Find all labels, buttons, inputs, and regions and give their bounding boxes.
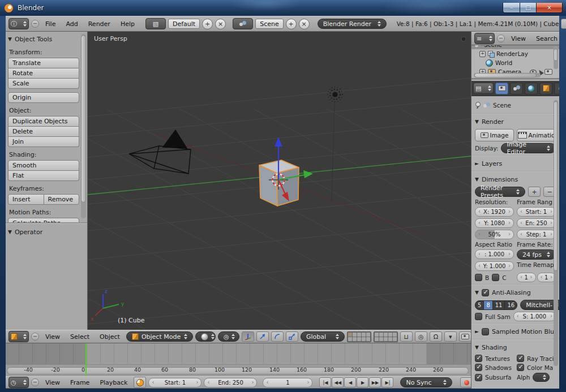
close-button[interactable]: × bbox=[537, 3, 563, 13]
outliner-item-scene[interactable]: Scene bbox=[471, 45, 559, 49]
menu-search[interactable]: Search bbox=[532, 35, 559, 42]
viewport-3d[interactable]: z y x User Persp (1) Cube bbox=[88, 32, 471, 330]
toolshelf-scrollbar[interactable] bbox=[81, 34, 86, 218]
frame-end-field[interactable]: En: 250 bbox=[517, 218, 556, 228]
tab-render[interactable] bbox=[495, 83, 508, 94]
remap-new-field[interactable]: 1 bbox=[537, 273, 556, 282]
play-button[interactable]: ▶ bbox=[357, 377, 368, 387]
textures-checkbox[interactable] bbox=[475, 355, 482, 362]
outliner-hscrollbar[interactable] bbox=[474, 73, 541, 77]
aa-sample-11[interactable]: 11 bbox=[493, 301, 505, 309]
full-sample-checkbox[interactable] bbox=[475, 313, 482, 320]
opengl-render-button[interactable] bbox=[459, 331, 471, 342]
smooth-button[interactable]: Smooth bbox=[8, 160, 79, 171]
motion-blur-checkbox[interactable] bbox=[482, 328, 489, 335]
scene-field[interactable]: Scene bbox=[255, 19, 284, 29]
editor-type-button-3dview[interactable] bbox=[8, 331, 29, 342]
antialiasing-checkbox[interactable] bbox=[482, 289, 489, 296]
scene-browse-button[interactable] bbox=[233, 18, 253, 29]
insert-keyframe-button[interactable]: Insert bbox=[8, 194, 44, 205]
screen-layout-field[interactable]: Default bbox=[168, 19, 200, 29]
preview-range-button[interactable] bbox=[134, 377, 146, 388]
filter-size-field[interactable]: S: 1.000 bbox=[513, 312, 556, 321]
menu-playback[interactable]: Playback bbox=[96, 379, 131, 386]
delete-scene-button[interactable]: × bbox=[299, 19, 310, 29]
dimensions-panel-header[interactable]: ▼ Dimensions bbox=[475, 174, 556, 185]
prev-keyframe-button[interactable]: ◀◀ bbox=[332, 377, 344, 387]
aspect-y-field[interactable]: Y: 1.000 bbox=[475, 261, 514, 271]
translate-manipulator-button[interactable] bbox=[256, 331, 269, 342]
textures-option[interactable]: Textures bbox=[475, 355, 514, 362]
scale-manipulator-button[interactable] bbox=[286, 331, 298, 342]
snap-toggle-button[interactable]: Ω bbox=[430, 331, 442, 342]
timeline-scrollbar[interactable] bbox=[7, 367, 469, 374]
orientation-dropdown[interactable]: Global bbox=[301, 331, 345, 342]
antialiasing-panel-header[interactable]: ▼ Anti-Aliasing bbox=[475, 287, 556, 298]
editor-type-button-timeline[interactable]: ◷ bbox=[8, 377, 29, 388]
menu-frame[interactable]: Frame bbox=[66, 379, 93, 386]
frame-start-field[interactable]: Start: 1 bbox=[517, 207, 556, 217]
display-dropdown[interactable]: Image Editor bbox=[501, 143, 556, 153]
tab-scene[interactable] bbox=[510, 83, 523, 94]
menu-object[interactable]: Object bbox=[96, 333, 124, 341]
jump-to-start-button[interactable]: |◀ bbox=[319, 377, 331, 387]
crop-checkbox[interactable] bbox=[492, 274, 499, 281]
proportional-edit-button[interactable]: ◎ bbox=[415, 331, 427, 342]
add-scene-button[interactable]: + bbox=[286, 19, 297, 29]
resolution-percent-slider[interactable]: 50% bbox=[475, 230, 514, 239]
properties-scrollbar[interactable] bbox=[554, 100, 558, 366]
motion-blur-panel-header[interactable]: ► Sampled Motion Blur bbox=[475, 326, 556, 337]
outliner-item-world[interactable]: World bbox=[471, 58, 559, 67]
lock-to-scene-button[interactable]: ⊔ bbox=[400, 331, 413, 342]
timeline-ruler[interactable]: -40 -20 0 20 40 60 80 100 120 140 160 18… bbox=[6, 364, 471, 376]
frame-step-field[interactable]: Step: 1 bbox=[517, 230, 556, 239]
duplicate-objects-button[interactable]: Duplicate Objects bbox=[8, 116, 79, 127]
render-image-button[interactable]: Image bbox=[475, 129, 514, 141]
remove-keyframe-button[interactable]: Remove bbox=[44, 194, 80, 205]
tab-object[interactable] bbox=[539, 83, 552, 94]
rotate-button[interactable]: Rotate bbox=[8, 68, 79, 79]
render-animation-button[interactable]: Animatio bbox=[517, 129, 556, 141]
shading-panel-header[interactable]: ▼ Shading bbox=[475, 342, 556, 353]
aa-sample-16[interactable]: 16 bbox=[505, 301, 517, 309]
sync-dropdown[interactable]: No Sync bbox=[400, 377, 452, 387]
subsurface-checkbox[interactable] bbox=[475, 374, 482, 381]
manipulator-toggle-button[interactable] bbox=[242, 331, 254, 342]
raytracing-checkbox[interactable] bbox=[517, 355, 524, 362]
current-frame-field[interactable]: 1 bbox=[263, 378, 312, 387]
delete-layout-button[interactable]: × bbox=[215, 19, 226, 29]
remap-old-field[interactable]: 1 bbox=[517, 273, 536, 282]
tab-constraints[interactable]: ∞ bbox=[554, 83, 559, 94]
screen-layout-browse-button[interactable]: ▧ bbox=[145, 18, 166, 29]
next-keyframe-button[interactable]: ▶▶ bbox=[369, 377, 381, 387]
menu-view[interactable]: View bbox=[41, 333, 64, 341]
jump-to-end-button[interactable]: ▶| bbox=[381, 377, 393, 387]
collapse-menus-icon[interactable]: − bbox=[31, 333, 39, 341]
resolution-x-field[interactable]: X: 1920 bbox=[475, 207, 514, 217]
end-frame-field[interactable]: End: 250 bbox=[204, 378, 257, 387]
rotate-manipulator-button[interactable] bbox=[271, 331, 284, 342]
maximize-button[interactable]: □ bbox=[520, 3, 537, 13]
aa-samples-segment[interactable]: 5 8 11 16 bbox=[475, 300, 517, 310]
scale-button[interactable]: Scale bbox=[8, 79, 79, 89]
calculate-paths-button[interactable]: Calculate Paths bbox=[8, 218, 79, 222]
menu-add[interactable]: Add bbox=[62, 20, 82, 28]
editor-type-button-outliner[interactable]: ≡ bbox=[474, 33, 495, 44]
shadows-checkbox[interactable] bbox=[475, 364, 482, 371]
aa-sample-8[interactable]: 8 bbox=[484, 301, 492, 309]
editor-type-button-properties[interactable]: ▤ bbox=[473, 83, 494, 94]
resolution-y-field[interactable]: Y: 1080 bbox=[475, 218, 514, 228]
editor-type-button-info[interactable]: ⓘ bbox=[8, 18, 29, 29]
menu-select[interactable]: Select bbox=[66, 333, 93, 341]
subsurface-option[interactable]: Subsurfa bbox=[475, 373, 514, 382]
play-reverse-button[interactable]: ◀ bbox=[344, 377, 356, 387]
collapse-menus-icon[interactable]: − bbox=[31, 20, 39, 28]
outliner-vscrollbar[interactable] bbox=[554, 46, 558, 69]
raytracing-option[interactable]: Ray Traci bbox=[517, 355, 556, 362]
outliner-item-renderlayers[interactable]: + RenderLay bbox=[471, 49, 559, 58]
aspect-x-field[interactable]: : 1.000 bbox=[475, 249, 514, 259]
pin-icon[interactable] bbox=[475, 102, 481, 109]
delete-button[interactable]: Delete bbox=[8, 127, 79, 137]
render-presets-dropdown[interactable]: Render Presets bbox=[475, 187, 525, 197]
pivot-dropdown[interactable]: ◎ bbox=[218, 331, 239, 342]
